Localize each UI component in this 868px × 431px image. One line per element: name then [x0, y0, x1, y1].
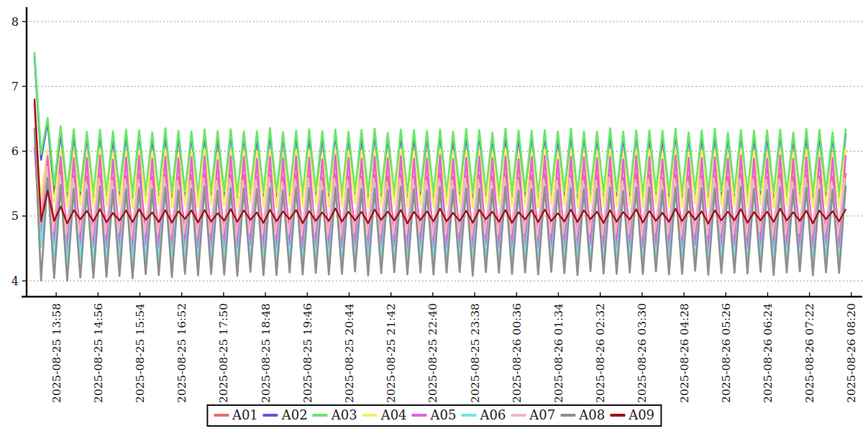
legend-label: A01	[232, 407, 258, 423]
x-tick-label: 2025-08-25 17:50	[217, 303, 230, 403]
legend-swatch-A08	[560, 414, 575, 417]
x-tick-label: 2025-08-26 02:32	[594, 303, 607, 403]
line-chart: 2025-08-25 13:582025-08-25 14:562025-08-…	[0, 0, 868, 431]
legend-item-A08: A08	[560, 407, 605, 423]
legend-item-A02: A02	[263, 407, 308, 423]
legend-swatch-A07	[511, 414, 526, 417]
legend-swatch-A06	[461, 414, 476, 417]
x-tick-label: 2025-08-26 06:24	[762, 303, 775, 403]
legend-item-A07: A07	[511, 407, 555, 423]
y-tick-label: 4	[12, 274, 19, 288]
x-tick-label: 2025-08-25 15:54	[134, 303, 147, 403]
x-tick-label: 2025-08-26 08:20	[845, 303, 858, 403]
y-tick-label: 8	[12, 15, 19, 29]
y-tick-label: 7	[12, 80, 19, 93]
x-tick-label: 2025-08-25 18:48	[260, 303, 273, 403]
legend-swatch-A04	[362, 414, 378, 417]
legend-swatch-A02	[263, 414, 278, 417]
x-tick-label: 2025-08-25 21:42	[385, 303, 398, 403]
x-tick-labels: 2025-08-25 13:582025-08-25 14:562025-08-…	[50, 303, 859, 403]
y-tick-labels: 87654	[12, 15, 19, 288]
legend-item-A01: A01	[214, 407, 258, 423]
legend-item-A09: A09	[610, 407, 654, 423]
legend-label: A03	[332, 407, 357, 423]
legend-label: A09	[629, 407, 654, 423]
x-tick-label: 2025-08-26 04:28	[678, 303, 691, 403]
x-tick-label: 2025-08-26 00:36	[511, 303, 524, 403]
y-tick-label: 5	[12, 209, 19, 223]
y-tick-label: 6	[12, 144, 19, 158]
x-tick-label: 2025-08-26 01:34	[552, 303, 565, 403]
x-tick-label: 2025-08-25 14:56	[92, 303, 105, 403]
x-tick-label: 2025-08-26 05:26	[720, 303, 733, 403]
legend-label: A08	[579, 407, 605, 423]
legend-label: A04	[381, 407, 407, 423]
legend-swatch-A01	[214, 414, 229, 417]
x-tick-label: 2025-08-25 16:52	[175, 303, 188, 403]
legend-swatch-A05	[412, 414, 427, 417]
x-tick-label: 2025-08-25 23:38	[469, 303, 482, 403]
x-tick-label: 2025-08-26 03:30	[636, 303, 649, 403]
x-tick-label: 2025-08-25 22:40	[426, 303, 439, 403]
legend-item-A06: A06	[461, 407, 506, 423]
x-tick-label: 2025-08-25 13:58	[50, 303, 63, 403]
x-tick-label: 2025-08-25 19:46	[301, 303, 314, 403]
legend-label: A05	[431, 407, 457, 423]
series-lines	[35, 52, 846, 280]
x-tick-label: 2025-08-25 20:44	[343, 303, 356, 403]
legend-item-A04: A04	[362, 407, 407, 423]
legend-item-A03: A03	[313, 407, 357, 423]
legend-swatch-A03	[313, 414, 328, 417]
x-tick-label: 2025-08-26 07:22	[803, 303, 816, 403]
legend-swatch-A09	[610, 414, 625, 417]
legend: A01A02A03A04A05A06A07A08A09	[206, 404, 662, 427]
chart-page: 2025-08-25 13:582025-08-25 14:562025-08-…	[0, 0, 868, 431]
legend-label: A06	[480, 407, 506, 423]
legend-item-A05: A05	[412, 407, 457, 423]
legend-label: A07	[529, 407, 555, 423]
legend-label: A02	[282, 407, 308, 423]
